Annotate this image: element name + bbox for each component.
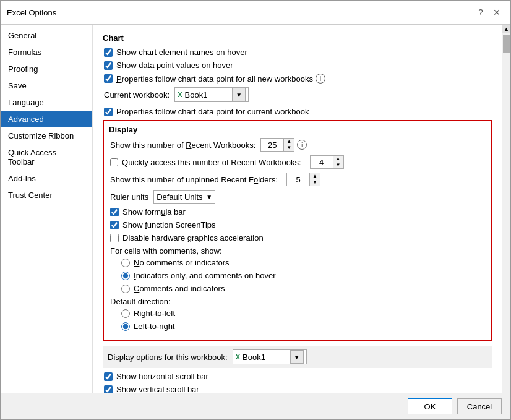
hw-accel-checkbox[interactable] bbox=[110, 234, 119, 242]
hw-accel-row: Disable hardware graphics acceleration bbox=[109, 233, 486, 242]
unpinned-spin-up[interactable]: ▲ bbox=[310, 173, 320, 179]
vertical-scrollbar-label: Show vertical scroll bar bbox=[116, 385, 199, 393]
chart-option-1: Show chart element names on hover bbox=[103, 48, 492, 57]
comments-radio-all[interactable] bbox=[121, 285, 130, 293]
ruler-units-row: Ruler units Default Units ▼ bbox=[109, 190, 486, 204]
unpinned-folders-spinbuttons: ▲ ▼ bbox=[309, 173, 320, 186]
sidebar-item-customize-ribbon[interactable]: Customize Ribbon bbox=[1, 127, 92, 144]
formula-bar-row: Show formula bar bbox=[109, 207, 486, 216]
display-options-dropdown-arrow[interactable]: ▼ bbox=[290, 350, 304, 364]
comments-option-2: Indicators only, and comments on hover bbox=[109, 271, 486, 280]
vertical-scrollbar-row: Show vertical scroll bar bbox=[103, 385, 492, 393]
workbook-label: Current workbook: bbox=[104, 90, 170, 100]
sidebar-item-advanced[interactable]: Advanced bbox=[1, 111, 92, 127]
direction-radio-ltr[interactable] bbox=[121, 322, 130, 331]
scroll-thumb[interactable] bbox=[503, 35, 510, 53]
quick-access-spin-down[interactable]: ▼ bbox=[333, 162, 343, 168]
chart-properties-current-label: Properties follow chart data point for c… bbox=[116, 107, 309, 116]
direction-label: Default direction: bbox=[109, 297, 486, 306]
direction-option-1: Right-to-left bbox=[109, 309, 486, 318]
quick-access-spinner[interactable]: ▲ ▼ bbox=[310, 155, 344, 169]
direction-ltr-label: Left-to-right bbox=[134, 322, 174, 331]
comments-indicators-label: Indicators only, and comments on hover bbox=[134, 271, 276, 280]
formula-bar-checkbox[interactable] bbox=[110, 208, 119, 216]
recent-workbooks-info-icon: i bbox=[297, 140, 307, 150]
display-section: Display Show this number of Recent Workb… bbox=[103, 120, 492, 341]
comments-option-1: No comments or indicators bbox=[109, 258, 486, 267]
excel-options-dialog: Excel Options ? ✕ General Formulas Proof… bbox=[0, 0, 511, 420]
excel-icon: X bbox=[178, 91, 182, 98]
direction-radio-rtl[interactable] bbox=[121, 309, 130, 318]
chart-properties-current-checkbox[interactable] bbox=[104, 108, 113, 116]
display-options-workbook-value: Book1 bbox=[243, 353, 265, 362]
dialog-body: General Formulas Proofing Save Language … bbox=[1, 25, 510, 393]
cancel-button[interactable]: Cancel bbox=[457, 398, 502, 414]
workbook-dropdown-arrow[interactable]: ▼ bbox=[232, 88, 246, 101]
unpinned-folders-spinner[interactable]: ▲ ▼ bbox=[286, 173, 320, 186]
ruler-units-select[interactable]: Default Units ▼ bbox=[153, 190, 215, 204]
sidebar-item-save[interactable]: Save bbox=[1, 77, 92, 94]
sidebar-item-formulas[interactable]: Formulas bbox=[1, 44, 92, 61]
screentips-checkbox[interactable] bbox=[110, 221, 119, 229]
chart-data-point-label: Show data point values on hover bbox=[116, 61, 233, 70]
title-bar-buttons: ? ✕ bbox=[473, 6, 504, 19]
quick-access-input[interactable] bbox=[311, 156, 333, 168]
display-options-label: Display options for this workbook: bbox=[108, 353, 228, 362]
vertical-scrollbar[interactable]: ▲ bbox=[502, 25, 510, 393]
chart-properties-current-row: Properties follow chart data point for c… bbox=[103, 107, 492, 116]
unpinned-spin-down[interactable]: ▼ bbox=[310, 179, 320, 186]
chart-hover-names-label: Show chart element names on hover bbox=[116, 48, 247, 57]
sidebar-item-add-ins[interactable]: Add-Ins bbox=[1, 170, 92, 187]
ruler-dropdown-arrow[interactable]: ▼ bbox=[206, 194, 212, 200]
display-section-title: Display bbox=[109, 125, 486, 134]
workbook-select[interactable]: X Book1 ▼ bbox=[174, 87, 249, 102]
horizontal-scrollbar-label: Show horizontal scroll bar bbox=[116, 372, 208, 381]
recent-workbooks-label: Show this number of Recent Workbooks: bbox=[110, 140, 256, 150]
screentips-label: Show function ScreenTips bbox=[122, 220, 216, 229]
recent-workbooks-row: Show this number of Recent Workbooks: ▲ … bbox=[109, 138, 486, 152]
direction-option-2: Left-to-right bbox=[109, 322, 486, 331]
sidebar-item-trust-center[interactable]: Trust Center bbox=[1, 187, 92, 204]
horizontal-scrollbar-row: Show horizontal scroll bar bbox=[103, 372, 492, 381]
formula-bar-label: Show formula bar bbox=[122, 207, 186, 216]
chart-properties-all-label: Properties follow chart data point for a… bbox=[116, 74, 313, 84]
ok-button[interactable]: OK bbox=[408, 398, 452, 414]
comments-all-label: Comments and indicators bbox=[134, 284, 225, 293]
recent-workbooks-spin-down[interactable]: ▼ bbox=[284, 145, 294, 151]
scroll-up-button[interactable]: ▲ bbox=[502, 25, 511, 33]
help-button[interactable]: ? bbox=[473, 6, 488, 19]
content-scroll-wrap: Chart Show chart element names on hover … bbox=[92, 25, 510, 393]
chart-data-point-checkbox[interactable] bbox=[104, 61, 113, 70]
recent-workbooks-input[interactable] bbox=[261, 139, 283, 151]
horizontal-scrollbar-checkbox[interactable] bbox=[104, 372, 113, 381]
sidebar-item-language[interactable]: Language bbox=[1, 94, 92, 111]
unpinned-folders-input[interactable] bbox=[287, 173, 309, 186]
sidebar-item-general[interactable]: General bbox=[1, 27, 92, 44]
vertical-scrollbar-checkbox[interactable] bbox=[104, 385, 113, 393]
display-options-workbook-select[interactable]: X Book1 ▼ bbox=[233, 349, 307, 364]
chart-hover-names-checkbox[interactable] bbox=[104, 48, 113, 57]
chart-option-3: Properties follow chart data point for a… bbox=[103, 74, 492, 84]
chart-properties-info-icon: i bbox=[316, 74, 325, 84]
chart-option-2: Show data point values on hover bbox=[103, 61, 492, 70]
comments-radio-indicators[interactable] bbox=[121, 272, 130, 280]
chart-properties-all-checkbox[interactable] bbox=[104, 74, 113, 83]
recent-workbooks-spin-up[interactable]: ▲ bbox=[284, 139, 294, 145]
sidebar: General Formulas Proofing Save Language … bbox=[1, 25, 92, 393]
comments-radio-none[interactable] bbox=[121, 259, 130, 267]
quick-access-checkbox[interactable] bbox=[110, 158, 118, 166]
ruler-units-value: Default Units bbox=[157, 192, 202, 202]
unpinned-folders-row: Show this number of unpinned Recent Fold… bbox=[109, 173, 486, 186]
display-options-excel-icon: X bbox=[236, 353, 240, 361]
footer: OK Cancel bbox=[1, 393, 510, 419]
quick-access-spinbuttons: ▲ ▼ bbox=[333, 156, 343, 168]
chart-section-title: Chart bbox=[103, 33, 492, 43]
main-content: Chart Show chart element names on hover … bbox=[92, 25, 502, 393]
quick-access-spin-up[interactable]: ▲ bbox=[333, 156, 343, 162]
close-button[interactable]: ✕ bbox=[489, 6, 504, 19]
comments-none-label: No comments or indicators bbox=[134, 258, 230, 267]
sidebar-item-proofing[interactable]: Proofing bbox=[1, 61, 92, 77]
screentips-row: Show function ScreenTips bbox=[109, 220, 486, 229]
recent-workbooks-spinner[interactable]: ▲ ▼ bbox=[260, 138, 294, 152]
sidebar-item-quick-access[interactable]: Quick Access Toolbar bbox=[1, 144, 92, 170]
